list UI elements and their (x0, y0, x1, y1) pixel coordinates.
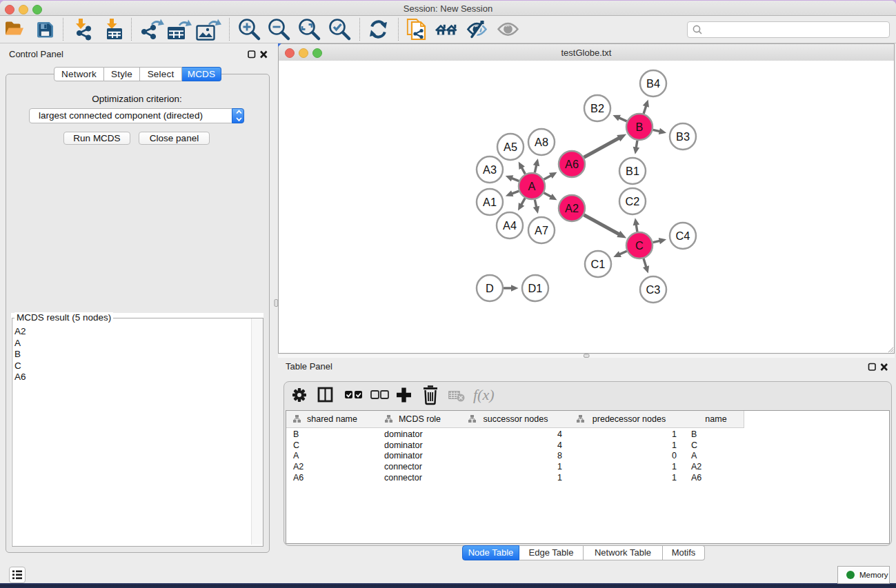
svg-text:f(x): f(x) (473, 386, 495, 403)
